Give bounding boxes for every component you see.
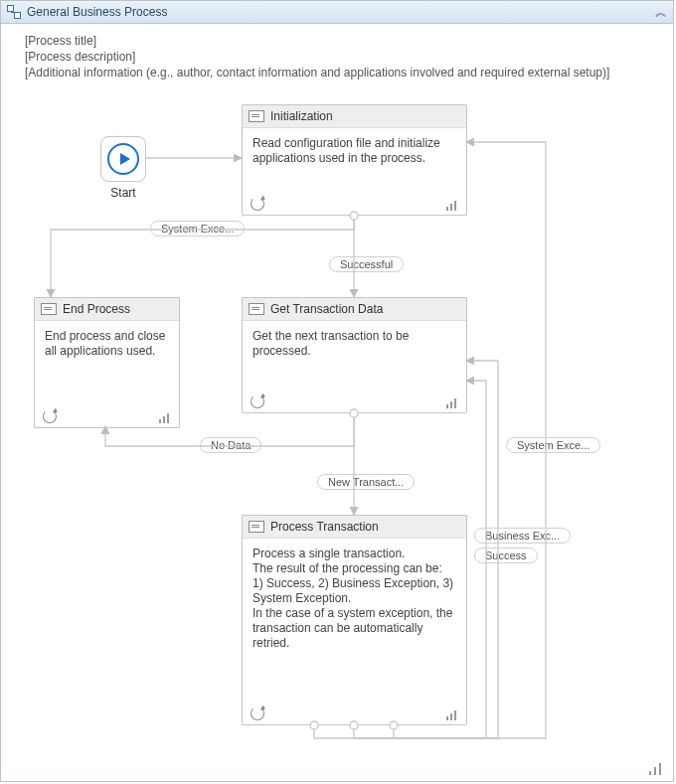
state-machine-icon xyxy=(249,521,264,533)
retry-icon xyxy=(251,394,264,408)
retry-icon xyxy=(251,197,264,211)
node-header[interactable]: Get Transaction Data xyxy=(243,298,466,321)
flowchart-panel: General Business Process ︽ [Process titl… xyxy=(0,0,674,782)
process-title-placeholder: [Process title] xyxy=(25,33,609,49)
node-initialization[interactable]: Initialization Read configuration file a… xyxy=(242,104,467,216)
signal-bars-icon xyxy=(446,710,458,720)
node-header[interactable]: Process Transaction xyxy=(243,516,466,539)
edge-label-system-exception-right: System Exce... xyxy=(506,437,600,453)
node-title: Initialization xyxy=(270,109,333,123)
node-title: Get Transaction Data xyxy=(270,302,383,316)
state-machine-icon xyxy=(249,110,264,122)
edge-label-no-data: No Data xyxy=(200,437,261,453)
signal-bars-icon xyxy=(446,201,458,211)
node-body: End process and close all applications u… xyxy=(35,321,179,367)
edge-label-business-exception: Business Exc... xyxy=(474,528,571,544)
node-get-transaction-data[interactable]: Get Transaction Data Get the next transa… xyxy=(242,297,467,413)
process-additional-info-placeholder: [Additional information (e.g., author, c… xyxy=(25,65,609,80)
node-body: Process a single transaction. The result… xyxy=(243,539,466,659)
start-label: Start xyxy=(100,186,146,200)
node-process-transaction[interactable]: Process Transaction Process a single tra… xyxy=(242,515,467,725)
edge-label-successful: Successful xyxy=(329,256,404,272)
state-machine-icon xyxy=(249,303,264,315)
signal-bars-icon xyxy=(446,398,458,408)
node-header[interactable]: End Process xyxy=(35,298,179,321)
process-description-placeholder: [Process description] xyxy=(25,49,609,65)
panel-header[interactable]: General Business Process ︽ xyxy=(1,1,673,24)
node-title: End Process xyxy=(63,302,130,316)
process-meta: [Process title] [Process description] [A… xyxy=(25,33,609,80)
play-icon xyxy=(107,143,139,175)
flowchart-icon xyxy=(7,5,21,19)
edge-label-system-exception-left: System Exce... xyxy=(150,221,245,236)
collapse-chevron-icon[interactable]: ︽ xyxy=(655,4,667,21)
edge-label-new-transaction: New Transact... xyxy=(317,474,415,490)
edge-label-success: Success xyxy=(474,548,538,563)
node-body: Get the next transaction to be processed… xyxy=(243,321,466,367)
start-node[interactable]: Start xyxy=(100,136,146,200)
retry-icon xyxy=(43,409,57,423)
signal-bars-icon xyxy=(649,763,663,775)
node-end-process[interactable]: End Process End process and close all ap… xyxy=(34,297,180,428)
retry-icon xyxy=(251,706,264,720)
node-header[interactable]: Initialization xyxy=(243,105,466,128)
node-body: Read configuration file and initialize a… xyxy=(243,128,466,174)
signal-bars-icon xyxy=(159,413,171,423)
flowchart-canvas[interactable]: [Process title] [Process description] [A… xyxy=(1,23,673,781)
start-button[interactable] xyxy=(100,136,146,182)
node-title: Process Transaction xyxy=(270,520,379,534)
panel-title: General Business Process xyxy=(27,5,167,19)
state-machine-icon xyxy=(41,303,57,315)
